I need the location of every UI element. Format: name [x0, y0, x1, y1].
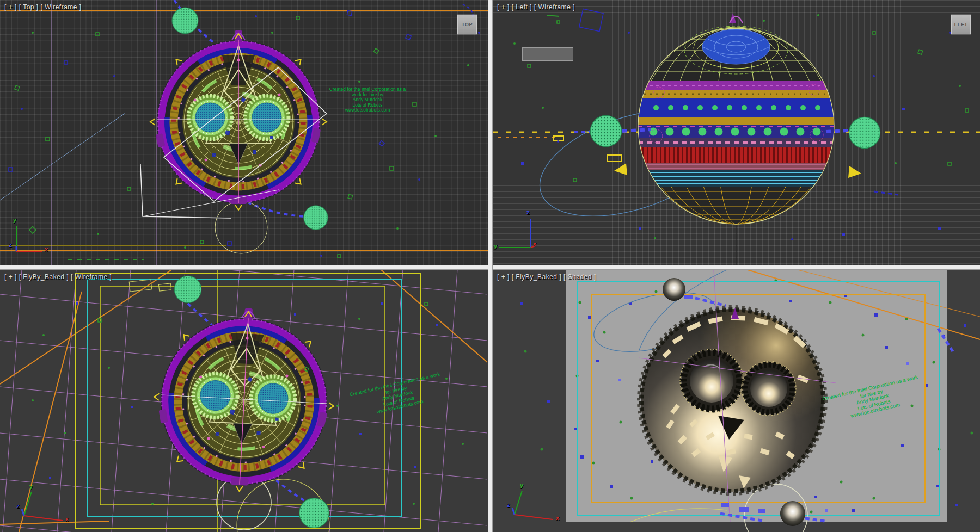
green-moon-sphere [304, 206, 328, 230]
viewport-flyby-shaded-label[interactable]: [ + ] [ FlyBy_Baked ] [ Shaded ] [497, 273, 596, 281]
viewport-left[interactable]: [ + ] [ Left ] [ Wireframe ] LEFT z y x [493, 0, 980, 265]
green-moon-sphere [174, 276, 201, 302]
axis-y-label: y [29, 483, 33, 490]
viewport-flyby-shaded[interactable]: [ + ] [ FlyBy_Baked ] [ Shaded ] Created… [493, 270, 980, 532]
axis-tripod [493, 213, 553, 257]
viewport-top[interactable]: [ + ] [ Top ] [ Wireframe ] TOP Created … [0, 0, 488, 265]
viewport-left-label[interactable]: [ + ] [ Left ] [ Wireframe ] [497, 3, 575, 11]
axis-x-label: x [45, 246, 48, 252]
viewport-flyby-wireframe[interactable]: [ + ] [ FlyBy_Baked ] [ Wireframe ] Crea… [0, 270, 488, 532]
viewport-left-canvas [493, 0, 980, 265]
axis-x-label: x [65, 516, 69, 522]
axis-y-label: y [520, 482, 523, 488]
viewcube-top[interactable]: TOP [457, 15, 477, 34]
green-moon-sphere [590, 115, 621, 146]
axis-x-label: x [556, 515, 559, 521]
robot-sphere-wireframe-flyby [149, 304, 339, 496]
green-moon-sphere [849, 117, 880, 148]
viewport-splitter-vertical[interactable] [488, 0, 493, 532]
axis-z-label: z [16, 503, 20, 509]
hud-ghost-box [522, 47, 573, 61]
axis-tripod [0, 483, 76, 527]
green-moon-sphere [172, 8, 198, 34]
shiny-moon-sphere [780, 501, 805, 526]
viewport-top-label[interactable]: [ + ] [ Top ] [ Wireframe ] [4, 3, 82, 11]
shiny-moon-sphere [663, 278, 685, 301]
axis-x-label: x [533, 240, 536, 247]
viewport-top-canvas [0, 0, 488, 265]
robot-sphere-wireframe-top [150, 30, 327, 210]
axis-z-label: z [9, 242, 12, 248]
axis-tripod [3, 219, 69, 262]
viewcube-left[interactable]: LEFT [951, 15, 971, 34]
axis-y-label: y [13, 216, 16, 223]
viewport-flyby-wire-label[interactable]: [ + ] [ FlyBy_Baked ] [ Wireframe ] [4, 273, 112, 281]
axis-z-label: z [507, 502, 510, 508]
green-moon-sphere [299, 498, 329, 528]
viewport-quad-layout: [ + ] [ Top ] [ Wireframe ] TOP Created … [0, 0, 980, 532]
axis-z-label: z [526, 209, 530, 215]
right-eye [742, 361, 796, 416]
axis-y-label: y [494, 243, 497, 249]
